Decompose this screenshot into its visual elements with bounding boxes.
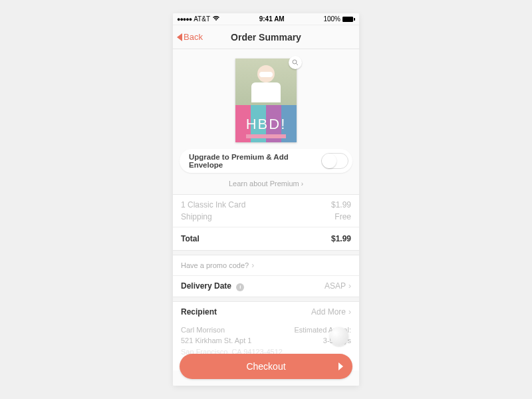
add-recipient-button[interactable]: Add More› [311, 307, 351, 317]
learn-premium-link[interactable]: Learn about Premium › [173, 180, 359, 194]
promo-delivery-section: Have a promo code?› Delivery Date i ASAP… [173, 255, 359, 297]
carrier-label: AT&T [194, 15, 210, 23]
chevron-left-icon [177, 33, 182, 41]
card-thumbnail[interactable]: HBD! [235, 59, 297, 142]
svg-point-0 [293, 60, 297, 64]
nav-bar: Back Order Summary [173, 25, 359, 49]
back-label: Back [184, 32, 203, 42]
zoom-icon[interactable] [289, 56, 302, 69]
battery-icon [342, 17, 355, 22]
clock-label: 9:41 AM [259, 15, 285, 23]
checkout-bar: Checkout [173, 347, 359, 386]
wifi-icon [212, 15, 220, 23]
delivery-date-row[interactable]: Delivery Date i ASAP› [173, 276, 359, 297]
back-button[interactable]: Back [177, 25, 203, 49]
premium-label: Upgrade to Premium & Add Envelope [189, 153, 321, 169]
chevron-right-icon: › [348, 307, 351, 317]
chevron-right-icon: › [251, 261, 254, 270]
checkout-label: Checkout [246, 361, 285, 372]
checkout-button[interactable]: Checkout [180, 354, 352, 379]
chevron-right-icon: › [348, 281, 351, 291]
promo-code-link[interactable]: Have a promo code?› [173, 255, 359, 276]
order-total-row: Total$1.99 [173, 227, 359, 250]
page-title: Order Summary [231, 32, 301, 43]
recipient-addr1: 521 Kirkham St. Apt 1 [181, 335, 283, 346]
signal-dots-icon: ●●●●● [177, 16, 192, 23]
order-lines-section: 1 Classic Ink Card$1.99 ShippingFree Tot… [173, 194, 359, 251]
floating-handle[interactable] [330, 327, 348, 346]
scroll-area[interactable]: HBD! Upgrade to Premium & Add Envelope L… [173, 49, 359, 386]
card-preview[interactable]: HBD! [173, 49, 359, 149]
chevron-right-icon: › [301, 180, 303, 188]
status-bar: ●●●●● AT&T 9:41 AM 100% [173, 13, 359, 25]
chevron-right-icon [338, 362, 343, 370]
line-item-shipping: ShippingFree [173, 211, 359, 227]
info-icon[interactable]: i [236, 283, 244, 291]
recipient-name: Carl Morrison [181, 325, 283, 336]
phone-frame: ●●●●● AT&T 9:41 AM 100% Back Order Summa… [173, 13, 359, 386]
battery-pct-label: 100% [323, 15, 340, 23]
premium-upgrade-row[interactable]: Upgrade to Premium & Add Envelope [180, 149, 352, 173]
line-item-1: 1 Classic Ink Card$1.99 [173, 195, 359, 211]
premium-toggle[interactable] [321, 153, 348, 169]
svg-line-1 [296, 63, 298, 65]
card-text: HBD! [235, 116, 297, 133]
recipient-header-row: Recipient Add More› [173, 302, 359, 322]
